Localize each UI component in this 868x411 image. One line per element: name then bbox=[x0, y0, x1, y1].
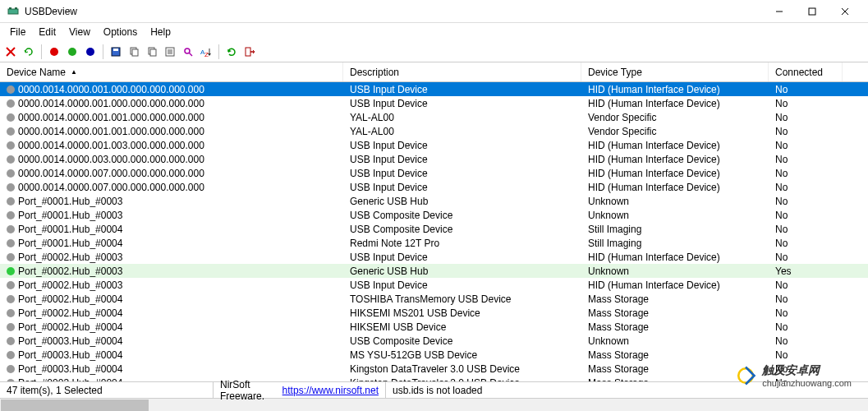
device-name: Port_#0003.Hub_#0004 bbox=[18, 363, 122, 375]
save-icon[interactable] bbox=[108, 44, 123, 59]
recycle-green-icon[interactable] bbox=[21, 44, 36, 59]
table-row[interactable]: Port_#0003.Hub_#0004 MS YSU-512GB USB De… bbox=[0, 348, 868, 362]
device-connected: Yes bbox=[769, 266, 843, 277]
svg-rect-13 bbox=[113, 48, 118, 51]
device-type: HID (Human Interface Device) bbox=[581, 279, 769, 291]
menu-help[interactable]: Help bbox=[144, 25, 177, 39]
table-row[interactable]: 0000.0014.0000.007.000.000.000.000.000 U… bbox=[0, 180, 868, 194]
minimize-button[interactable] bbox=[763, 2, 796, 21]
table-row[interactable]: 0000.0014.0000.001.001.000.000.000.000 Y… bbox=[0, 110, 868, 124]
toolbar-separator bbox=[218, 44, 219, 59]
device-name: 0000.0014.0000.001.000.000.000.000.000 bbox=[18, 84, 204, 95]
device-name: Port_#0001.Hub_#0003 bbox=[18, 210, 122, 221]
titlebar: USBDeview bbox=[0, 0, 868, 23]
toolbar: AZ bbox=[0, 41, 868, 62]
maximize-button[interactable] bbox=[796, 2, 829, 21]
svg-rect-1 bbox=[9, 7, 11, 9]
device-type: HID (Human Interface Device) bbox=[581, 168, 769, 179]
disconnected-icon bbox=[7, 253, 15, 261]
device-name: 0000.0014.0000.001.003.000.000.000.000 bbox=[18, 140, 204, 151]
table-row[interactable]: 0000.0014.0000.001.001.000.000.000.000 Y… bbox=[0, 124, 868, 138]
horizontal-scrollbar[interactable] bbox=[0, 398, 868, 411]
device-name: Port_#0003.Hub_#0004 bbox=[18, 349, 122, 361]
table-row[interactable]: Port_#0001.Hub_#0003 Generic USB Hub Unk… bbox=[0, 194, 868, 208]
table-row[interactable]: Port_#0003.Hub_#0004 Kingston DataTravel… bbox=[0, 362, 868, 376]
blue-dot-icon[interactable] bbox=[83, 44, 98, 59]
close-button[interactable] bbox=[829, 2, 861, 21]
statusbar: 47 item(s), 1 Selected NirSoft Freeware.… bbox=[0, 381, 868, 398]
disconnected-icon bbox=[7, 365, 15, 373]
column-header-description[interactable]: Description bbox=[343, 62, 581, 81]
menu-options[interactable]: Options bbox=[97, 25, 144, 39]
device-type: Mass Storage bbox=[581, 293, 769, 305]
device-connected: No bbox=[769, 168, 843, 179]
device-name: 0000.0014.0000.001.000.000.000.000.000 bbox=[18, 98, 204, 109]
device-type: HID (Human Interface Device) bbox=[581, 182, 769, 193]
device-type: Unknown bbox=[581, 196, 769, 207]
device-connected: No bbox=[769, 252, 843, 263]
disconnected-icon bbox=[7, 337, 15, 345]
properties-icon[interactable] bbox=[163, 44, 177, 59]
menu-file[interactable]: File bbox=[3, 25, 32, 39]
table-row[interactable]: Port_#0001.Hub_#0004 Redmi Note 12T Pro … bbox=[0, 236, 868, 250]
table-row[interactable]: Port_#0001.Hub_#0003 USB Composite Devic… bbox=[0, 208, 868, 222]
disconnected-icon bbox=[7, 99, 15, 108]
device-description: MS YSU-512GB USB Device bbox=[343, 349, 581, 361]
table-row[interactable]: Port_#0002.Hub_#0003 USB Input Device HI… bbox=[0, 250, 868, 264]
device-description: USB Input Device bbox=[343, 252, 581, 263]
table-row[interactable]: 0000.0014.0000.001.003.000.000.000.000 U… bbox=[0, 138, 868, 152]
device-list[interactable]: 0000.0014.0000.001.000.000.000.000.000 U… bbox=[0, 82, 868, 391]
table-row[interactable]: Port_#0001.Hub_#0004 USB Composite Devic… bbox=[0, 222, 868, 236]
svg-point-11 bbox=[86, 48, 94, 56]
scrollbar-thumb[interactable] bbox=[1, 399, 149, 411]
device-name: Port_#0002.Hub_#0003 bbox=[18, 279, 122, 291]
device-name: 0000.0014.0000.007.000.000.000.000.000 bbox=[18, 168, 204, 179]
device-description: Kingston DataTraveler 3.0 USB Device bbox=[343, 363, 581, 375]
device-connected: No bbox=[769, 98, 843, 109]
table-row[interactable]: Port_#0002.Hub_#0003 Generic USB Hub Unk… bbox=[0, 264, 868, 278]
exit-icon[interactable] bbox=[242, 44, 257, 59]
device-description: YAL-AL00 bbox=[343, 126, 581, 137]
device-name: Port_#0002.Hub_#0004 bbox=[18, 293, 122, 305]
green-dot-icon[interactable] bbox=[65, 44, 80, 59]
table-row[interactable]: Port_#0002.Hub_#0004 TOSHIBA TransMemory… bbox=[0, 292, 868, 306]
device-name: Port_#0001.Hub_#0003 bbox=[18, 196, 122, 207]
table-row[interactable]: 0000.0014.0000.007.000.000.000.000.000 U… bbox=[0, 166, 868, 180]
device-type: Vendor Specific bbox=[581, 112, 769, 123]
menu-edit[interactable]: Edit bbox=[32, 25, 62, 39]
device-connected: No bbox=[769, 182, 843, 193]
sort-icon[interactable]: AZ bbox=[199, 44, 214, 59]
svg-rect-27 bbox=[246, 48, 250, 56]
disconnected-icon bbox=[7, 225, 15, 233]
device-type: HID (Human Interface Device) bbox=[581, 140, 769, 151]
close-red-icon[interactable] bbox=[3, 44, 18, 59]
copy-alt-icon[interactable] bbox=[145, 44, 159, 59]
find-icon[interactable] bbox=[181, 44, 195, 59]
status-count: 47 item(s), 1 Selected bbox=[0, 382, 214, 398]
menu-view[interactable]: View bbox=[62, 25, 97, 39]
disconnected-icon bbox=[7, 295, 15, 303]
table-row[interactable]: Port_#0002.Hub_#0004 HIKSEMI MS201 USB D… bbox=[0, 306, 868, 320]
table-row[interactable]: 0000.0014.0000.003.000.000.000.000.000 U… bbox=[0, 152, 868, 166]
svg-rect-0 bbox=[8, 9, 18, 14]
connected-icon bbox=[7, 267, 15, 275]
table-row[interactable]: Port_#0002.Hub_#0004 HIKSEMI USB Device … bbox=[0, 320, 868, 334]
freeware-label: NirSoft Freeware. bbox=[220, 379, 282, 402]
svg-point-9 bbox=[50, 48, 58, 56]
table-row[interactable]: 0000.0014.0000.001.000.000.000.000.000 U… bbox=[0, 82, 868, 96]
table-row[interactable]: 0000.0014.0000.001.000.000.000.000.000 U… bbox=[0, 96, 868, 110]
copy-icon[interactable] bbox=[126, 44, 141, 59]
freeware-link[interactable]: https://www.nirsoft.net bbox=[282, 385, 379, 396]
device-type: Still Imaging bbox=[581, 224, 769, 235]
column-header-type[interactable]: Device Type bbox=[581, 62, 769, 81]
device-name: Port_#0002.Hub_#0003 bbox=[18, 266, 122, 277]
table-row[interactable]: Port_#0003.Hub_#0004 USB Composite Devic… bbox=[0, 334, 868, 348]
device-type: Unknown bbox=[581, 210, 769, 221]
table-row[interactable]: Port_#0002.Hub_#0003 USB Input Device HI… bbox=[0, 278, 868, 292]
column-header-name[interactable]: Device Name ▲ bbox=[0, 62, 343, 81]
status-freeware[interactable]: NirSoft Freeware. https://www.nirsoft.ne… bbox=[214, 382, 386, 398]
device-description: USB Input Device bbox=[343, 168, 581, 179]
red-dot-icon[interactable] bbox=[47, 44, 62, 59]
column-header-connected[interactable]: Connected bbox=[769, 62, 843, 81]
refresh-icon[interactable] bbox=[224, 44, 239, 59]
